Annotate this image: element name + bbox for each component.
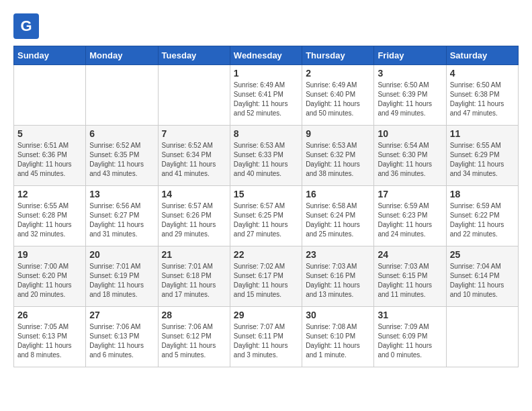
day-info: Sunrise: 7:03 AM Sunset: 6:16 PM Dayligh… — [306, 262, 370, 300]
weekday-header: Thursday — [302, 46, 374, 65]
calendar-cell: 18Sunrise: 6:59 AM Sunset: 6:22 PM Dayli… — [446, 186, 518, 246]
calendar-cell: 2Sunrise: 6:49 AM Sunset: 6:40 PM Daylig… — [302, 65, 374, 126]
day-number: 6 — [89, 128, 154, 139]
day-number: 12 — [17, 189, 82, 199]
day-info: Sunrise: 6:57 AM Sunset: 6:26 PM Dayligh… — [162, 201, 226, 239]
calendar-week-row: 1Sunrise: 6:49 AM Sunset: 6:41 PM Daylig… — [14, 65, 519, 126]
calendar-cell: 28Sunrise: 7:06 AM Sunset: 6:12 PM Dayli… — [158, 307, 230, 367]
day-number: 27 — [89, 310, 154, 320]
logo: G — [13, 13, 42, 39]
day-info: Sunrise: 7:07 AM Sunset: 6:11 PM Dayligh… — [234, 322, 298, 360]
calendar-header: SundayMondayTuesdayWednesdayThursdayFrid… — [14, 46, 519, 65]
day-info: Sunrise: 6:50 AM Sunset: 6:39 PM Dayligh… — [378, 81, 442, 118]
calendar-cell: 14Sunrise: 6:57 AM Sunset: 6:26 PM Dayli… — [158, 186, 230, 246]
day-info: Sunrise: 7:05 AM Sunset: 6:13 PM Dayligh… — [17, 322, 82, 360]
day-info: Sunrise: 7:03 AM Sunset: 6:15 PM Dayligh… — [378, 262, 442, 300]
day-number: 17 — [378, 189, 442, 199]
calendar-cell: 15Sunrise: 6:57 AM Sunset: 6:25 PM Dayli… — [230, 186, 302, 246]
day-info: Sunrise: 6:59 AM Sunset: 6:23 PM Dayligh… — [378, 201, 442, 239]
day-number: 11 — [450, 128, 515, 139]
day-number: 22 — [234, 249, 298, 260]
calendar-cell: 16Sunrise: 6:58 AM Sunset: 6:24 PM Dayli… — [302, 186, 374, 246]
calendar-cell: 25Sunrise: 7:04 AM Sunset: 6:14 PM Dayli… — [446, 246, 518, 307]
calendar-cell: 20Sunrise: 7:01 AM Sunset: 6:19 PM Dayli… — [86, 246, 158, 307]
calendar-cell: 26Sunrise: 7:05 AM Sunset: 6:13 PM Dayli… — [14, 307, 86, 367]
calendar-cell: 21Sunrise: 7:01 AM Sunset: 6:18 PM Dayli… — [158, 246, 230, 307]
calendar-cell: 27Sunrise: 7:06 AM Sunset: 6:13 PM Dayli… — [86, 307, 158, 367]
day-info: Sunrise: 6:49 AM Sunset: 6:41 PM Dayligh… — [234, 81, 298, 118]
calendar-cell: 30Sunrise: 7:08 AM Sunset: 6:10 PM Dayli… — [302, 307, 374, 367]
calendar-cell: 19Sunrise: 7:00 AM Sunset: 6:20 PM Dayli… — [14, 246, 86, 307]
calendar-table: SundayMondayTuesdayWednesdayThursdayFrid… — [13, 46, 519, 367]
day-number: 10 — [378, 128, 442, 139]
calendar-cell: 4Sunrise: 6:50 AM Sunset: 6:38 PM Daylig… — [446, 65, 518, 126]
calendar-cell — [446, 307, 518, 367]
day-info: Sunrise: 6:50 AM Sunset: 6:38 PM Dayligh… — [450, 81, 515, 118]
day-number: 21 — [162, 249, 226, 260]
weekday-header: Wednesday — [230, 46, 302, 65]
weekday-row: SundayMondayTuesdayWednesdayThursdayFrid… — [14, 46, 519, 65]
page-header: G — [13, 13, 519, 39]
calendar-cell: 9Sunrise: 6:53 AM Sunset: 6:32 PM Daylig… — [302, 126, 374, 186]
calendar-cell: 6Sunrise: 6:52 AM Sunset: 6:35 PM Daylig… — [86, 126, 158, 186]
day-number: 16 — [306, 189, 370, 199]
day-info: Sunrise: 6:56 AM Sunset: 6:27 PM Dayligh… — [89, 201, 154, 239]
day-info: Sunrise: 6:53 AM Sunset: 6:33 PM Dayligh… — [234, 141, 298, 179]
day-number: 9 — [306, 128, 370, 139]
day-number: 26 — [17, 310, 82, 320]
day-info: Sunrise: 6:55 AM Sunset: 6:29 PM Dayligh… — [450, 141, 515, 179]
day-number: 24 — [378, 249, 442, 260]
day-number: 25 — [450, 249, 515, 260]
calendar-cell: 13Sunrise: 6:56 AM Sunset: 6:27 PM Dayli… — [86, 186, 158, 246]
day-number: 13 — [89, 189, 154, 199]
calendar-cell — [158, 65, 230, 126]
calendar-cell — [14, 65, 86, 126]
logo-icon: G — [13, 13, 39, 39]
weekday-header: Saturday — [446, 46, 518, 65]
calendar-week-row: 5Sunrise: 6:51 AM Sunset: 6:36 PM Daylig… — [14, 126, 519, 186]
day-number: 19 — [17, 249, 82, 260]
day-info: Sunrise: 6:49 AM Sunset: 6:40 PM Dayligh… — [306, 81, 370, 118]
day-number: 30 — [306, 310, 370, 320]
weekday-header: Tuesday — [158, 46, 230, 65]
day-number: 15 — [234, 189, 298, 199]
day-number: 1 — [234, 68, 298, 79]
calendar-cell: 24Sunrise: 7:03 AM Sunset: 6:15 PM Dayli… — [374, 246, 446, 307]
day-info: Sunrise: 7:04 AM Sunset: 6:14 PM Dayligh… — [450, 262, 515, 300]
weekday-header: Monday — [86, 46, 158, 65]
day-info: Sunrise: 6:52 AM Sunset: 6:35 PM Dayligh… — [89, 141, 154, 179]
day-info: Sunrise: 6:57 AM Sunset: 6:25 PM Dayligh… — [234, 201, 298, 239]
day-number: 23 — [306, 249, 370, 260]
calendar-cell: 11Sunrise: 6:55 AM Sunset: 6:29 PM Dayli… — [446, 126, 518, 186]
day-info: Sunrise: 6:52 AM Sunset: 6:34 PM Dayligh… — [162, 141, 226, 179]
calendar-body: 1Sunrise: 6:49 AM Sunset: 6:41 PM Daylig… — [14, 65, 519, 367]
weekday-header: Friday — [374, 46, 446, 65]
day-info: Sunrise: 7:08 AM Sunset: 6:10 PM Dayligh… — [306, 322, 370, 360]
calendar-cell: 23Sunrise: 7:03 AM Sunset: 6:16 PM Dayli… — [302, 246, 374, 307]
calendar-cell: 5Sunrise: 6:51 AM Sunset: 6:36 PM Daylig… — [14, 126, 86, 186]
weekday-header: Sunday — [14, 46, 86, 65]
calendar-cell: 12Sunrise: 6:55 AM Sunset: 6:28 PM Dayli… — [14, 186, 86, 246]
day-number: 20 — [89, 249, 154, 260]
calendar-cell: 22Sunrise: 7:02 AM Sunset: 6:17 PM Dayli… — [230, 246, 302, 307]
day-info: Sunrise: 6:53 AM Sunset: 6:32 PM Dayligh… — [306, 141, 370, 179]
calendar-cell: 17Sunrise: 6:59 AM Sunset: 6:23 PM Dayli… — [374, 186, 446, 246]
day-info: Sunrise: 6:51 AM Sunset: 6:36 PM Dayligh… — [17, 141, 82, 179]
calendar-week-row: 19Sunrise: 7:00 AM Sunset: 6:20 PM Dayli… — [14, 246, 519, 307]
day-number: 31 — [378, 310, 442, 320]
day-info: Sunrise: 7:02 AM Sunset: 6:17 PM Dayligh… — [234, 262, 298, 300]
day-number: 14 — [162, 189, 226, 199]
day-info: Sunrise: 7:01 AM Sunset: 6:19 PM Dayligh… — [89, 262, 154, 300]
calendar-cell: 3Sunrise: 6:50 AM Sunset: 6:39 PM Daylig… — [374, 65, 446, 126]
calendar-cell: 31Sunrise: 7:09 AM Sunset: 6:09 PM Dayli… — [374, 307, 446, 367]
day-info: Sunrise: 6:55 AM Sunset: 6:28 PM Dayligh… — [17, 201, 82, 239]
day-number: 2 — [306, 68, 370, 79]
day-number: 28 — [162, 310, 226, 320]
day-info: Sunrise: 7:09 AM Sunset: 6:09 PM Dayligh… — [378, 322, 442, 360]
calendar-cell: 1Sunrise: 6:49 AM Sunset: 6:41 PM Daylig… — [230, 65, 302, 126]
day-info: Sunrise: 7:06 AM Sunset: 6:13 PM Dayligh… — [89, 322, 154, 360]
calendar-week-row: 12Sunrise: 6:55 AM Sunset: 6:28 PM Dayli… — [14, 186, 519, 246]
day-info: Sunrise: 7:01 AM Sunset: 6:18 PM Dayligh… — [162, 262, 226, 300]
day-info: Sunrise: 6:59 AM Sunset: 6:22 PM Dayligh… — [450, 201, 515, 239]
svg-text:G: G — [20, 17, 32, 34]
